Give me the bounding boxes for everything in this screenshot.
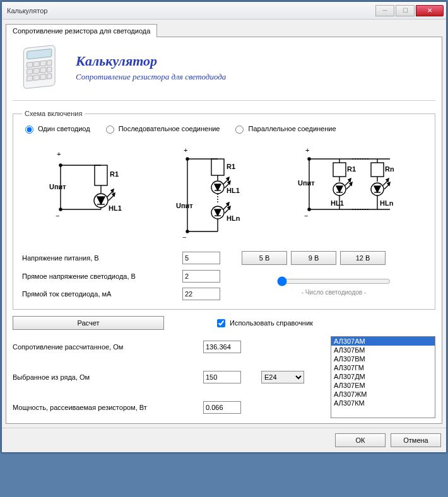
- svg-rect-3: [33, 61, 39, 67]
- svg-rect-8: [40, 67, 46, 73]
- svg-rect-73: [371, 163, 384, 177]
- titlebar: Калькулятор ─ ☐ ✕: [2, 2, 446, 20]
- use-reference-input[interactable]: [217, 319, 225, 327]
- svg-rect-21: [95, 165, 107, 185]
- svg-rect-9: [47, 67, 52, 73]
- footer: ОК Отмена: [2, 428, 446, 452]
- forward-current-label: Прямой ток светодиода, мА: [22, 290, 174, 298]
- preset-5v-button[interactable]: 5 В: [242, 251, 287, 265]
- list-item[interactable]: АЛ307АМ: [331, 337, 435, 346]
- scheme-radios: Один светодиод Последовательное соединен…: [22, 124, 426, 134]
- list-item[interactable]: АЛ307ЖМ: [331, 390, 435, 399]
- list-item[interactable]: АЛ307ВМ: [331, 354, 435, 363]
- mid-row: Расчет Использовать справочник: [13, 316, 435, 330]
- results-left: Сопротивление рассчитанное, Ом Выбранное…: [13, 336, 312, 418]
- svg-text:−: −: [56, 212, 59, 219]
- svg-text:−: −: [304, 212, 308, 219]
- ok-button[interactable]: ОК: [335, 433, 386, 447]
- radio-single-input[interactable]: [25, 126, 33, 134]
- svg-rect-4: [40, 61, 46, 66]
- r-series-output[interactable]: [203, 371, 241, 383]
- svg-rect-38: [211, 159, 224, 175]
- calculator-icon: [15, 42, 66, 93]
- tab-resistor-calc[interactable]: Сопротивление резистора для светодиода: [6, 24, 157, 37]
- preset-12v-button[interactable]: 12 В: [340, 251, 386, 265]
- radio-series-input[interactable]: [106, 126, 114, 134]
- svg-line-26: [107, 192, 112, 197]
- diagram-series: + − Uпит R1: [174, 140, 249, 241]
- radio-parallel-input[interactable]: [235, 126, 244, 134]
- forward-voltage-label: Прямое напряжение светодиода, В: [22, 272, 174, 280]
- svg-text:HLn: HLn: [380, 199, 394, 207]
- r-calc-output[interactable]: [203, 341, 241, 353]
- radio-parallel[interactable]: Параллельное соединение: [232, 124, 336, 134]
- preset-9v-button[interactable]: 9 В: [291, 251, 336, 265]
- svg-rect-6: [27, 69, 33, 74]
- svg-line-43: [223, 180, 228, 184]
- header: Калькулятор Сопротивление резистора для …: [13, 40, 435, 101]
- svg-rect-7: [33, 68, 39, 74]
- voltage-presets: 5 В 9 В 12 В: [242, 251, 426, 265]
- svg-text:HL1: HL1: [331, 199, 344, 207]
- scheme-fieldset: Схема включения Один светодиод Последова…: [13, 110, 435, 310]
- svg-line-27: [109, 196, 114, 201]
- reference-listbox[interactable]: АЛ307АМАЛ307БМАЛ307ВМАЛ307ГМАЛ307ДМАЛ307…: [331, 336, 435, 418]
- window-body: Сопротивление резистора для светодиода: [2, 20, 446, 428]
- list-item[interactable]: АЛ307БМ: [331, 346, 435, 354]
- results-row: Сопротивление рассчитанное, Ом Выбранное…: [13, 336, 435, 418]
- scheme-legend: Схема включения: [22, 110, 85, 117]
- svg-text:+: +: [184, 146, 187, 154]
- svg-rect-10: [27, 76, 33, 81]
- power-label: Мощность, рассеиваемая резистором, Вт: [13, 404, 196, 411]
- maximize-button[interactable]: ☐: [396, 5, 415, 16]
- main-panel: Калькулятор Сопротивление резистора для …: [6, 37, 442, 424]
- svg-rect-5: [47, 60, 52, 66]
- svg-text:HLn: HLn: [227, 214, 240, 222]
- inputs-grid: Напряжение питания, В 5 В 9 В 12 В Прямо…: [22, 251, 426, 300]
- svg-text:HL1: HL1: [227, 187, 240, 194]
- led-count-label: - Число светодиодов -: [302, 289, 366, 296]
- minimize-button[interactable]: ─: [375, 5, 394, 16]
- svg-text:HL1: HL1: [109, 204, 122, 212]
- svg-rect-2: [27, 62, 33, 67]
- svg-text:Uпит: Uпит: [176, 202, 193, 209]
- led-count-group: - Число светодиодов -: [242, 275, 426, 296]
- svg-text:R1: R1: [347, 165, 356, 173]
- forward-current-input[interactable]: [182, 288, 220, 300]
- list-item[interactable]: АЛ307ЕМ: [331, 381, 435, 390]
- r-series-label: Выбранное из ряда, Ом: [13, 373, 196, 381]
- diagrams-row: + − Uпит R1: [22, 140, 426, 241]
- page-subtitle: Сопротивление резистора для светодиода: [76, 72, 226, 82]
- svg-rect-11: [33, 75, 39, 81]
- supply-voltage-input[interactable]: [182, 252, 220, 264]
- r-calc-label: Сопротивление рассчитанное, Ом: [13, 343, 196, 351]
- radio-single[interactable]: Один светодиод: [22, 124, 90, 134]
- diagram-single: + − Uпит R1: [45, 140, 127, 222]
- titlebar-buttons: ─ ☐ ✕: [374, 5, 444, 16]
- svg-rect-63: [333, 163, 346, 177]
- svg-rect-12: [40, 74, 46, 79]
- svg-text:Uпит: Uпит: [298, 179, 315, 187]
- header-text: Калькулятор Сопротивление резистора для …: [76, 53, 226, 82]
- forward-voltage-input[interactable]: [182, 270, 220, 283]
- radio-series[interactable]: Последовательное соединение: [103, 124, 220, 134]
- list-item[interactable]: АЛ307КМ: [331, 399, 435, 407]
- svg-text:R1: R1: [110, 170, 119, 178]
- list-item[interactable]: АЛ307ГМ: [331, 363, 435, 372]
- series-select[interactable]: E24: [261, 371, 304, 383]
- svg-line-78: [383, 181, 387, 185]
- calculate-button[interactable]: Расчет: [13, 316, 164, 330]
- tab-strip: Сопротивление резистора для светодиода: [6, 23, 442, 37]
- power-output[interactable]: [203, 401, 241, 414]
- svg-text:Rn: Rn: [385, 165, 394, 173]
- svg-text:+: +: [57, 150, 61, 158]
- svg-text:+: +: [305, 146, 309, 154]
- close-button[interactable]: ✕: [416, 5, 444, 16]
- led-count-slider[interactable]: [277, 276, 391, 286]
- use-reference-checkbox[interactable]: Использовать справочник: [215, 317, 313, 329]
- page-title: Калькулятор: [76, 53, 226, 69]
- cancel-button[interactable]: Отмена: [391, 433, 441, 447]
- list-item[interactable]: АЛ307ДМ: [331, 372, 435, 381]
- svg-line-79: [384, 185, 389, 189]
- supply-voltage-label: Напряжение питания, В: [22, 254, 174, 262]
